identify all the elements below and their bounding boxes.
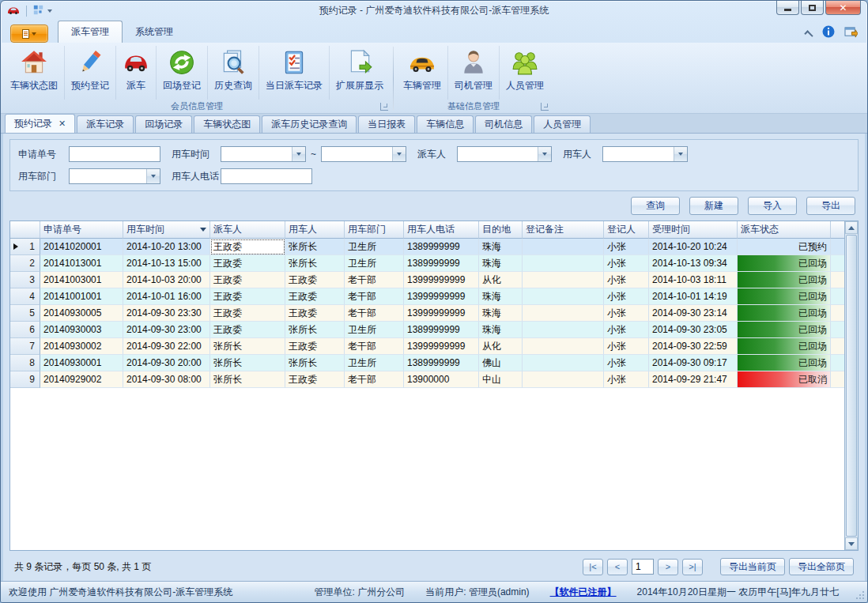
vehicle-manage-button[interactable]: 车辆管理 [397, 46, 448, 100]
table-cell-remark[interactable] [523, 288, 604, 305]
table-cell-use-time[interactable]: 2014-10-13 15:00 [123, 255, 210, 272]
table-cell-destination[interactable]: 佛山 [479, 355, 523, 371]
row-header-cell[interactable]: 8 [10, 355, 40, 371]
phone-input[interactable] [221, 168, 312, 184]
doc-tab[interactable]: 司机信息 [475, 115, 532, 133]
table-cell-user[interactable]: 张所长 [285, 255, 345, 272]
table-cell-destination[interactable]: 珠海 [479, 322, 523, 338]
table-row[interactable]: 5201409300052014-09-30 23:30王政委王政委老干部139… [10, 305, 844, 322]
page-number-input[interactable] [632, 559, 654, 575]
table-cell-dispatcher[interactable]: 张所长 [210, 355, 285, 371]
table-cell-registrar[interactable]: 小张 [604, 272, 649, 288]
export-button[interactable]: 导出 [806, 197, 855, 215]
table-cell-user[interactable]: 王政委 [285, 288, 345, 305]
history-query-button[interactable]: 历史查询 [208, 46, 259, 100]
vertical-scrollbar[interactable] [844, 221, 858, 550]
table-cell-destination[interactable]: 珠海 [479, 288, 523, 305]
doc-tab[interactable]: 预约记录✕ [5, 114, 75, 133]
table-cell-registrar[interactable]: 小张 [604, 288, 649, 305]
dispatch-button[interactable]: 派车 [116, 46, 157, 100]
corner-header-cell[interactable] [10, 221, 40, 239]
column-header-status[interactable]: 派车状态 [738, 221, 831, 239]
column-header-dispatcher[interactable]: 派车人 [210, 221, 285, 239]
table-cell-order-no[interactable]: 20141013001 [40, 255, 123, 272]
table-cell-remark[interactable] [523, 355, 604, 371]
table-cell-order-no[interactable]: 20140929002 [40, 371, 123, 388]
column-header-destination[interactable]: 目的地 [479, 221, 523, 239]
dialog-launcher-icon[interactable] [380, 103, 388, 111]
table-cell-phone[interactable]: 1389999999 [404, 239, 479, 255]
table-cell-dept[interactable]: 老干部 [345, 371, 404, 388]
maximize-button[interactable] [801, 1, 824, 15]
table-cell-phone[interactable]: 1389999999 [404, 322, 479, 338]
close-button[interactable]: ✕ [825, 1, 861, 15]
table-cell-accept-time[interactable]: 2014-10-03 18:11 [649, 272, 738, 288]
table-cell-dept[interactable]: 卫生所 [345, 322, 404, 338]
doc-tab[interactable]: 车辆信息 [417, 115, 474, 133]
doc-tab[interactable]: 派车历史记录查询 [262, 115, 357, 133]
table-cell-order-no[interactable]: 20141020001 [40, 239, 123, 255]
table-cell-status[interactable]: 已回场 [738, 355, 831, 371]
table-cell-accept-time[interactable]: 2014-10-13 09:34 [649, 255, 738, 272]
table-cell-destination[interactable]: 从化 [479, 272, 523, 288]
table-cell-dispatcher[interactable]: 王政委 [210, 288, 285, 305]
new-button[interactable]: 新建 [689, 197, 738, 215]
table-cell-accept-time[interactable]: 2014-09-30 22:59 [649, 338, 738, 355]
table-cell-use-time[interactable]: 2014-09-30 23:30 [123, 305, 210, 322]
table-cell-remark[interactable] [523, 272, 604, 288]
table-cell-phone[interactable]: 13999999999 [404, 272, 479, 288]
table-cell-registrar[interactable]: 小张 [604, 338, 649, 355]
table-cell-dispatcher[interactable]: 王政委 [210, 305, 285, 322]
chevron-down-icon[interactable] [292, 147, 305, 161]
doc-tab[interactable]: 车辆状态图 [194, 115, 260, 133]
column-header-user[interactable]: 用车人 [285, 221, 345, 239]
scrollbar-thumb[interactable] [846, 235, 857, 537]
table-cell-accept-time[interactable]: 2014-10-20 10:24 [649, 239, 738, 255]
personnel-manage-button[interactable]: 人员管理 [500, 46, 550, 100]
table-cell-dept[interactable]: 卫生所 [345, 355, 404, 371]
query-button[interactable]: 查询 [631, 197, 680, 215]
table-cell-use-time[interactable]: 2014-10-01 16:00 [123, 288, 210, 305]
table-cell-destination[interactable]: 珠海 [479, 255, 523, 272]
reservation-register-button[interactable]: 预约登记 [65, 46, 116, 100]
table-cell-user[interactable]: 王政委 [285, 305, 345, 322]
table-cell-dept[interactable]: 老干部 [345, 338, 404, 355]
collapse-ribbon-button[interactable] [804, 30, 813, 39]
table-cell-user[interactable]: 张所长 [285, 322, 345, 338]
dept-combo[interactable] [69, 168, 160, 184]
table-cell-status[interactable]: 已取消 [738, 371, 831, 388]
import-button[interactable]: 导入 [748, 197, 797, 215]
resize-grip[interactable] [855, 590, 865, 600]
table-cell-status[interactable]: 已回场 [738, 272, 831, 288]
doc-tab[interactable]: 派车记录 [77, 115, 134, 133]
quick-access-layout-icon[interactable] [33, 4, 43, 18]
dialog-launcher-icon[interactable] [541, 103, 549, 111]
close-tab-icon[interactable]: ✕ [58, 119, 66, 129]
table-cell-remark[interactable] [523, 371, 604, 388]
vehicle-status-map-button[interactable]: 车辆状态图 [4, 46, 65, 100]
table-cell-dispatcher[interactable]: 王政委 [210, 239, 285, 255]
table-cell-use-time[interactable]: 2014-09-30 08:00 [123, 371, 210, 388]
table-cell-accept-time[interactable]: 2014-09-30 09:17 [649, 355, 738, 371]
column-header-accept-time[interactable]: 受理时间 [649, 221, 738, 239]
column-header-phone[interactable]: 用车人电话 [404, 221, 479, 239]
column-header-dept[interactable]: 用车部门 [345, 221, 404, 239]
table-cell-use-time[interactable]: 2014-09-30 20:00 [123, 355, 210, 371]
table-row[interactable]: 8201409300012014-09-30 20:00张所长张所长卫生所138… [10, 355, 844, 371]
table-cell-destination[interactable]: 中山 [479, 371, 523, 388]
table-cell-order-no[interactable]: 20141001001 [40, 288, 123, 305]
table-cell-status[interactable]: 已回场 [738, 322, 831, 338]
table-cell-user[interactable]: 王政委 [285, 371, 345, 388]
table-cell-accept-time[interactable]: 2014-09-29 21:47 [649, 371, 738, 388]
table-cell-use-time[interactable]: 2014-10-20 13:00 [123, 239, 210, 255]
scroll-up-button[interactable] [845, 221, 858, 234]
table-cell-dispatcher[interactable]: 王政委 [210, 322, 285, 338]
table-cell-destination[interactable]: 珠海 [479, 239, 523, 255]
return-register-button[interactable]: 回场登记 [157, 46, 208, 100]
table-cell-remark[interactable] [523, 255, 604, 272]
today-dispatch-record-button[interactable]: 当日派车记录 [259, 46, 330, 100]
doc-tab[interactable]: 人员管理 [534, 115, 591, 133]
table-cell-use-time[interactable]: 2014-09-30 22:00 [123, 338, 210, 355]
row-header-cell[interactable]: 9 [10, 371, 40, 388]
prev-page-button[interactable]: < [607, 559, 628, 575]
